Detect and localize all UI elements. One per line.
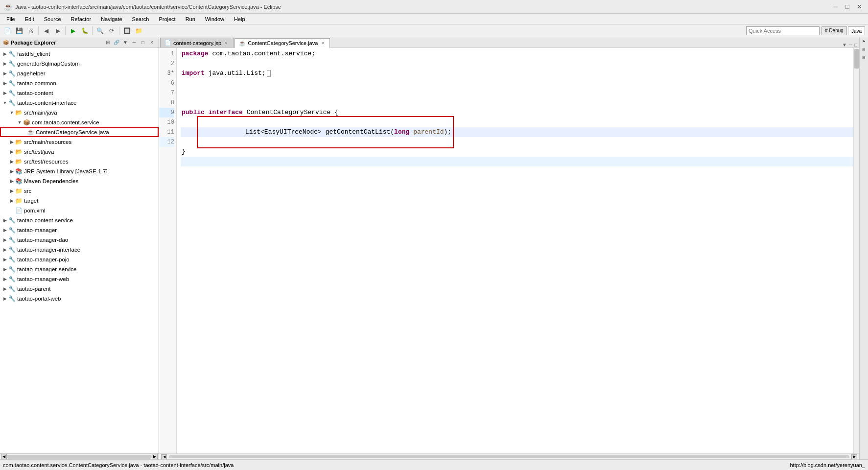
menu-run[interactable]: Run — [181, 15, 200, 24]
title-controls[interactable]: ─ □ ✕ — [831, 2, 864, 12]
toolbar-open-type[interactable]: 🔲 — [121, 25, 132, 36]
sidebar-close-button[interactable]: × — [148, 39, 156, 47]
tree-item-taotao-content-service[interactable]: ▶ 🔧 taotao-content-service — [0, 215, 159, 225]
project-icon: 🔧 — [8, 256, 16, 263]
close-button[interactable]: ✕ — [854, 2, 864, 12]
tree-item-taotao-content-interface[interactable]: ▼ 🔧 taotao-content-interface — [0, 98, 159, 108]
toolbar-refs[interactable]: ⟳ — [106, 25, 117, 36]
package-icon: 📦 — [23, 118, 30, 126]
sidebar-toolbar: ⊟ 🔗 ▼ ─ □ × — [104, 39, 156, 47]
menu-edit[interactable]: Edit — [21, 15, 39, 24]
toolbar-back[interactable]: ◀ — [41, 25, 51, 36]
right-sidebar-btn-1[interactable]: ⚑ — [861, 38, 868, 45]
tree-item-taotao-content[interactable]: ▶ 🔧 taotao-content — [0, 88, 159, 98]
sidebar-hscrollbar[interactable]: ◀ ▶ — [0, 453, 159, 459]
tree-item-java-file[interactable]: ☕ ContentCategoryService.java — [0, 127, 159, 137]
tree-item-generator[interactable]: ▶ 🔧 generatorSqlmapCustom — [0, 59, 159, 69]
hscroll-left-button[interactable]: ◀ — [161, 454, 167, 459]
menu-file[interactable]: File — [2, 15, 20, 24]
tree-item-target-folder[interactable]: ▶ 📁 target — [0, 196, 159, 206]
right-sidebar-btn-3[interactable]: ⊟ — [861, 54, 868, 61]
tree-arrow: ▶ — [2, 61, 8, 66]
menu-source[interactable]: Source — [40, 15, 66, 24]
toolbar: 📄 💾 🖨 ◀ ▶ ▶ 🐛 🔍 ⟳ 🔲 📁 # Debug Java — [0, 24, 868, 37]
tree-item-taotao-manager-dao[interactable]: ▶ 🔧 taotao-manager-dao — [0, 235, 159, 245]
tree-item-src-main-java[interactable]: ▼ 📂 src/main/java — [0, 108, 159, 118]
tree-arrow: ▶ — [2, 81, 8, 86]
minimize-button[interactable]: ─ — [831, 2, 841, 12]
project-icon: 🔧 — [8, 246, 16, 254]
collapse-all-button[interactable]: ⊟ — [104, 39, 112, 47]
tree-item-pom[interactable]: 📄 pom.xml — [0, 206, 159, 215]
tree-item-taotao-manager-service[interactable]: ▶ 🔧 taotao-manager-service — [0, 264, 159, 274]
tree-arrow: ▶ — [9, 179, 15, 184]
toolbar-save[interactable]: 💾 — [14, 25, 24, 36]
tree-item-package[interactable]: ▼ 📦 com.taotao.content.service — [0, 118, 159, 127]
tree-item-taotao-manager-pojo[interactable]: ▶ 🔧 taotao-manager-pojo — [0, 255, 159, 264]
sidebar-hscroll-thumb[interactable] — [7, 455, 152, 459]
code-editor[interactable]: package com.taotao.content.service; impo… — [177, 48, 853, 453]
tree-item-maven[interactable]: ▶ 📚 Maven Dependencies — [0, 176, 159, 186]
tab-close-button[interactable]: × — [223, 40, 229, 46]
toolbar-print[interactable]: 🖨 — [25, 25, 36, 36]
toolbar-open-res[interactable]: 📁 — [133, 25, 144, 36]
tree-arrow: ▶ — [9, 188, 15, 193]
sidebar-menu-button[interactable]: ▼ — [121, 39, 129, 47]
tree-item-src-test-java[interactable]: ▶ 📂 src/test/java — [0, 147, 159, 157]
link-editor-button[interactable]: 🔗 — [113, 39, 120, 47]
tree-label: taotao-content-interface — [17, 100, 76, 106]
menu-help[interactable]: Help — [230, 15, 250, 24]
menu-project[interactable]: Project — [154, 15, 180, 24]
tab-content-category-service-java[interactable]: ☕ ContentCategoryService.java × — [235, 38, 330, 48]
tree-item-taotao-manager-web[interactable]: ▶ 🔧 taotao-manager-web — [0, 274, 159, 284]
minimize-editor-button[interactable]: ─ — [849, 42, 852, 47]
menu-search[interactable]: Search — [128, 15, 154, 24]
tree-item-src-main-resources[interactable]: ▶ 📂 src/main/resources — [0, 137, 159, 147]
sidebar-maximize-button[interactable]: □ — [139, 39, 147, 47]
toolbar-new[interactable]: 📄 — [2, 25, 13, 36]
code-line-5 — [181, 88, 853, 98]
sidebar-minimize-button[interactable]: ─ — [130, 39, 138, 47]
tree-label: src/test/resources — [24, 159, 69, 164]
toolbar-debug[interactable]: 🐛 — [79, 25, 90, 36]
tab-view-menu[interactable]: ▼ — [842, 42, 847, 47]
menu-window[interactable]: Window — [201, 15, 229, 24]
tree-item-taotao-common[interactable]: ▶ 🔧 taotao-common — [0, 78, 159, 88]
hscroll-thumb[interactable] — [169, 455, 849, 458]
tree-label: taotao-common — [17, 80, 56, 86]
menu-navigate[interactable]: Navigate — [96, 15, 126, 24]
editor-vscrollbar[interactable] — [853, 48, 859, 453]
tree-item-fastdfs[interactable]: ▶ 🔧 fastdfs_client — [0, 49, 159, 59]
right-sidebar-btn-2[interactable]: ⊞ — [861, 46, 868, 53]
maximize-editor-button[interactable]: □ — [854, 42, 857, 47]
toolbar-search[interactable]: 🔍 — [94, 25, 105, 36]
tree-item-taotao-portal-web[interactable]: ▶ 🔧 taotao-portal-web — [0, 294, 159, 304]
editor-area: 📄 content-category.jsp × ☕ ContentCatego… — [159, 37, 859, 459]
vscroll-thumb[interactable] — [854, 49, 859, 69]
tree-item-taotao-parent[interactable]: ▶ 🔧 taotao-parent — [0, 284, 159, 294]
scroll-right-button[interactable]: ▶ — [152, 454, 158, 460]
tab-content-category-jsp[interactable]: 📄 content-category.jsp × — [160, 38, 234, 47]
perspective-debug[interactable]: # Debug — [821, 26, 847, 35]
tree-item-taotao-manager-interface[interactable]: ▶ 🔧 taotao-manager-interface — [0, 245, 159, 255]
maximize-button[interactable]: □ — [843, 2, 852, 12]
editor-hscrollbar[interactable]: ◀ ▶ — [159, 453, 859, 459]
toolbar-forward[interactable]: ▶ — [52, 25, 63, 36]
toolbar-run[interactable]: ▶ — [68, 25, 78, 36]
code-line-9: List<EasyUITreeNode> getContentCatList(l… — [181, 127, 853, 137]
hscroll-right-button[interactable]: ▶ — [851, 454, 857, 459]
tree-label: ContentCategoryService.java — [36, 129, 109, 135]
scroll-left-button[interactable]: ◀ — [1, 454, 7, 460]
tree-item-taotao-manager[interactable]: ▶ 🔧 taotao-manager — [0, 225, 159, 235]
tree-item-pagehelper[interactable]: ▶ 🔧 pagehelper — [0, 69, 159, 78]
perspective-java[interactable]: Java — [848, 26, 865, 35]
tab-close-button[interactable]: × — [320, 40, 326, 46]
tree-item-src-folder[interactable]: ▶ 📁 src — [0, 186, 159, 196]
tree-item-src-test-resources[interactable]: ▶ 📂 src/test/resources — [0, 157, 159, 166]
quick-access-input[interactable] — [746, 26, 820, 35]
menu-refactor[interactable]: Refactor — [67, 15, 96, 24]
tree-label: taotao-manager-pojo — [17, 257, 70, 262]
code-text — [409, 128, 413, 136]
tree-item-jre[interactable]: ▶ 📚 JRE System Library [JavaSE-1.7] — [0, 166, 159, 176]
project-icon: 🔧 — [8, 275, 16, 283]
